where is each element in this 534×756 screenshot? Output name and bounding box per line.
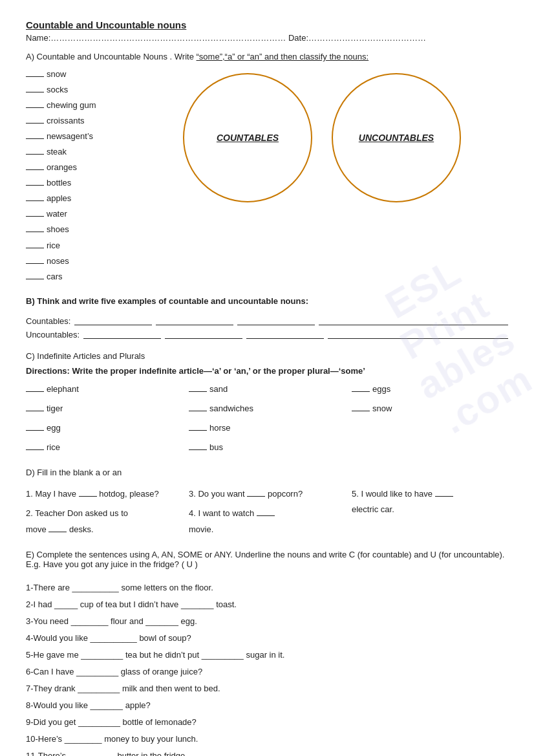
grid-c-col3-item: eggs — [352, 381, 508, 398]
blank-d5[interactable] — [435, 488, 453, 497]
grid-c-col2-item: sandwiches — [189, 400, 345, 417]
section-e-sentence: 9-Did you get _________ bottle of lemona… — [26, 714, 508, 731]
grid-c-col1-item: tiger — [26, 400, 182, 417]
blank-d3[interactable] — [247, 488, 265, 497]
section-e-sentences: 1-There are __________ some letters on t… — [26, 579, 508, 756]
section-d-cols: 1. May I have hotdog, please? 2. Teacher… — [26, 486, 508, 538]
name-date-row: Name:………………………………………………………………………… Date:…… — [26, 33, 508, 43]
section-e-sentence: 7-They drank _________ milk and then wen… — [26, 680, 508, 697]
countables-blank-2[interactable] — [156, 316, 233, 325]
grid-c-col1-item: rice — [26, 439, 182, 456]
blank-d4[interactable] — [257, 508, 275, 516]
section-a-label: A) Countable and Uncountable Nouns . Wri… — [26, 52, 508, 61]
section-e-sentence: 1-There are __________ some letters on t… — [26, 579, 508, 596]
section-d-label: D) Fill in the blank a or an — [26, 468, 508, 477]
grid-blank[interactable] — [189, 422, 207, 431]
noun-item: bottles — [26, 175, 129, 191]
section-e-sentence: 10-Here’s ________ money to buy your lun… — [26, 731, 508, 748]
noun-list: snow socks chewing gum croissants newsag… — [26, 67, 129, 285]
grid-c-col1-item: egg — [26, 420, 182, 437]
noun-item: water — [26, 206, 129, 222]
page-title: Countable and Uncountable nouns — [26, 19, 508, 30]
section-d-item-2: 2. Teacher Don asked us tomove desks. — [26, 506, 182, 537]
section-a-body: snow socks chewing gum croissants newsag… — [26, 67, 508, 285]
uncountables-blank-2[interactable] — [165, 330, 242, 339]
uncountables-blank-3[interactable] — [246, 330, 324, 339]
section-d-item-4: 4. I want to watch movie. — [189, 506, 345, 537]
section-b-label: B) Think and write five examples of coun… — [26, 296, 508, 306]
noun-item: newsagent’s — [26, 129, 129, 144]
noun-blank[interactable] — [26, 224, 44, 232]
section-e-sentence: 5-He gave me _________ tea but he didn’t… — [26, 647, 508, 664]
countables-blank-3[interactable] — [237, 316, 315, 325]
grid-blank[interactable] — [26, 403, 44, 411]
grid-blank[interactable] — [26, 442, 44, 450]
noun-blank[interactable] — [26, 208, 44, 217]
grid-c-col3-item — [352, 439, 508, 456]
section-e: E) Complete the sentences using A, AN, S… — [26, 550, 508, 756]
grid-blank[interactable] — [352, 383, 370, 392]
noun-blank[interactable] — [26, 69, 44, 77]
grid-c-col1-item: elephant — [26, 381, 182, 398]
noun-blank[interactable] — [26, 131, 44, 139]
section-e-sentence: 11-There’s __________ butter in the frid… — [26, 748, 508, 756]
section-d-item-1: 1. May I have hotdog, please? — [26, 486, 182, 502]
grid-c-col2-item: horse — [189, 420, 345, 437]
section-d-item-5: 5. I would like to have electric car. — [352, 486, 508, 518]
name-label: Name:………………………………………………………………………… — [26, 33, 286, 43]
noun-item: rice — [26, 238, 129, 254]
uncountables-line: Uncountables: — [26, 330, 508, 340]
grid-c-col3-item — [352, 420, 508, 437]
noun-blank[interactable] — [26, 100, 44, 108]
section-c: C) Indefinite Articles and Plurals Direc… — [26, 351, 508, 456]
noun-item: croissants — [26, 113, 129, 129]
section-a: A) Countable and Uncountable Nouns . Wri… — [26, 52, 508, 285]
noun-blank[interactable] — [26, 193, 44, 201]
noun-blank[interactable] — [26, 177, 44, 186]
noun-item: chewing gum — [26, 98, 129, 113]
noun-blank[interactable] — [26, 84, 44, 92]
countables-line: Countables: — [26, 316, 508, 326]
noun-blank[interactable] — [26, 240, 44, 248]
section-e-sentence: 3-You need ________ flour and _______ eg… — [26, 613, 508, 630]
uncountables-blank-1[interactable] — [83, 330, 161, 339]
section-e-sentence: 8-Would you like _______ apple? — [26, 697, 508, 714]
section-b: B) Think and write five examples of coun… — [26, 296, 508, 340]
grid-blank[interactable] — [189, 403, 207, 411]
grid-blank[interactable] — [26, 422, 44, 431]
date-label: Date:…………………………………… — [288, 33, 426, 43]
section-d-col3: 5. I would like to have electric car. — [352, 486, 508, 538]
grid-c-col3-item: snow — [352, 400, 508, 417]
grid-c-col2-item: sand — [189, 381, 345, 398]
grid-blank[interactable] — [189, 383, 207, 392]
section-c-label: C) Indefinite Articles and Plurals — [26, 351, 508, 361]
noun-blank[interactable] — [26, 146, 44, 155]
countables-circle: COUNTABLES — [183, 73, 312, 202]
countables-blank-1[interactable] — [74, 316, 152, 325]
blank-d2[interactable] — [48, 524, 67, 532]
grid-blank[interactable] — [352, 403, 370, 411]
grid-blank[interactable] — [189, 442, 207, 450]
section-e-label: E) Complete the sentences using A, AN, S… — [26, 550, 508, 569]
countables-blank-4[interactable] — [319, 316, 508, 325]
section-e-sentence: 2-I had _____ cup of tea but I didn’t ha… — [26, 596, 508, 613]
noun-blank[interactable] — [26, 271, 44, 279]
grid-blank[interactable] — [26, 383, 44, 392]
noun-item: steak — [26, 144, 129, 160]
uncountables-circle: UNCOUNTABLES — [332, 73, 461, 202]
noun-item: cars — [26, 269, 129, 285]
noun-blank[interactable] — [26, 115, 44, 124]
noun-blank[interactable] — [26, 255, 44, 264]
noun-item: shoes — [26, 222, 129, 237]
section-d-item-3: 3. Do you want popcorn? — [189, 486, 345, 502]
section-d: D) Fill in the blank a or an 1. May I ha… — [26, 468, 508, 538]
noun-blank[interactable] — [26, 162, 44, 170]
noun-item: noses — [26, 254, 129, 269]
section-c-grid: elephant sand eggs tiger sandwiches snow… — [26, 381, 508, 456]
section-d-col2: 3. Do you want popcorn? 4. I want to wat… — [189, 486, 345, 538]
section-e-sentence: 6-Can I have _________ glass of orange j… — [26, 664, 508, 680]
noun-item: oranges — [26, 160, 129, 175]
grid-c-col2-item: bus — [189, 439, 345, 456]
uncountables-blank-4[interactable] — [328, 330, 508, 339]
blank-d1[interactable] — [79, 488, 97, 497]
